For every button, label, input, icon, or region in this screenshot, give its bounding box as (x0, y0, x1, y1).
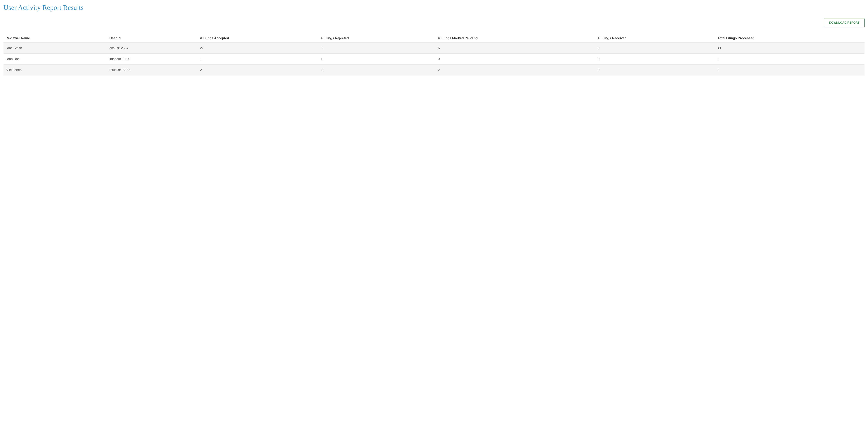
col-user-id: User Id (107, 34, 198, 43)
cell-filings-pending: 2 (436, 65, 596, 75)
cell-filings-received: 0 (596, 43, 716, 54)
table-row: Allie Jonesrsuisusr1595222206 (3, 65, 865, 75)
cell-filings-accepted: 27 (198, 43, 319, 54)
toolbar: DOWNLOAD REPORT (3, 19, 865, 27)
cell-filings-accepted: 2 (198, 65, 319, 75)
cell-reviewer-name: John Doe (3, 54, 107, 65)
activity-table: Reviewer Name User Id # Filings Accepted… (3, 34, 865, 75)
table-header-row: Reviewer Name User Id # Filings Accepted… (3, 34, 865, 43)
cell-reviewer-name: Jane Smith (3, 43, 107, 54)
col-filings-pending: # Filings Marked Pending (436, 34, 596, 43)
cell-total-processed: 6 (716, 65, 865, 75)
cell-filings-rejected: 8 (318, 43, 436, 54)
cell-filings-pending: 6 (436, 43, 596, 54)
col-reviewer-name: Reviewer Name (3, 34, 107, 43)
cell-filings-received: 0 (596, 54, 716, 65)
cell-filings-rejected: 1 (318, 54, 436, 65)
col-total-processed: Total Filings Processed (716, 34, 865, 43)
cell-total-processed: 41 (716, 43, 865, 54)
cell-user-id: rsuisusr15952 (107, 65, 198, 75)
col-filings-rejected: # Filings Rejected (318, 34, 436, 43)
cell-filings-pending: 0 (436, 54, 596, 65)
cell-reviewer-name: Allie Jones (3, 65, 107, 75)
cell-user-id: itdsadm11260 (107, 54, 198, 65)
cell-total-processed: 2 (716, 54, 865, 65)
table-row: Jane Smithaksusr125642786041 (3, 43, 865, 54)
page-title: User Activity Report Results (3, 3, 865, 12)
cell-filings-received: 0 (596, 65, 716, 75)
cell-user-id: aksusr12564 (107, 43, 198, 54)
col-filings-received: # Filings Received (596, 34, 716, 43)
cell-filings-accepted: 1 (198, 54, 319, 65)
download-report-button[interactable]: DOWNLOAD REPORT (824, 19, 865, 27)
table-row: John Doeitdsadm1126011002 (3, 54, 865, 65)
col-filings-accepted: # Filings Accepted (198, 34, 319, 43)
cell-filings-rejected: 2 (318, 65, 436, 75)
